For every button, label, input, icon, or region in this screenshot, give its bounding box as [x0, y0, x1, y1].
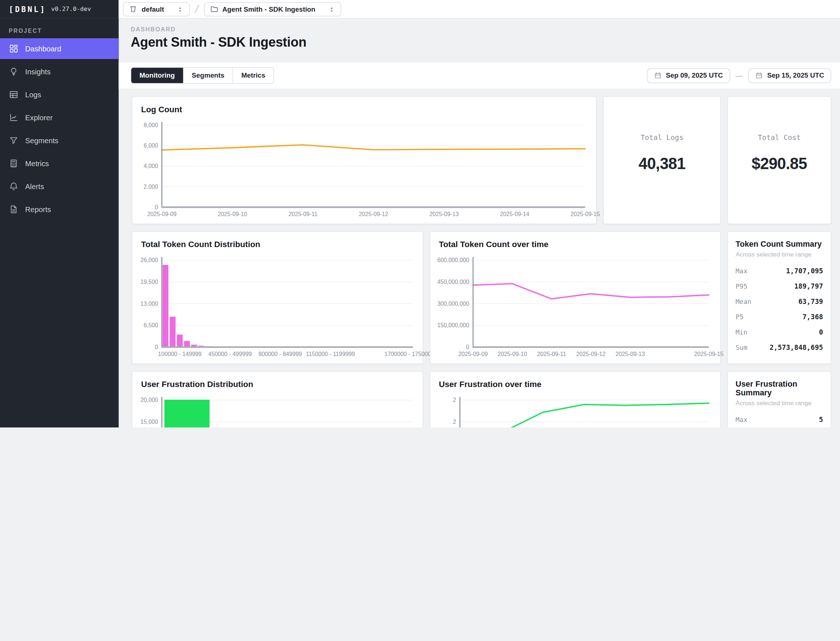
svg-text:1150000 - 1199999: 1150000 - 1199999: [306, 351, 355, 357]
folder-icon: [210, 5, 218, 13]
breadcrumb-slash: /: [192, 3, 202, 16]
dashboard-select[interactable]: Agent Smith - SDK Ingestion: [204, 2, 341, 16]
tab-segments[interactable]: Segments: [183, 68, 232, 83]
dashboard-grid-icon: [9, 44, 19, 53]
bell-icon: [9, 182, 19, 191]
svg-text:300,000,000: 300,000,000: [437, 301, 469, 307]
calculator-icon: [9, 158, 19, 168]
token-count-distribution-chart: 06,50013,00019,50026,000100000 - 1499994…: [137, 255, 417, 361]
svg-text:450000 - 499999: 450000 - 499999: [208, 351, 252, 357]
funnel-icon: [9, 135, 19, 145]
svg-text:2025-09-13: 2025-09-13: [615, 351, 645, 357]
table-icon: [9, 90, 19, 100]
chart-title: User Frustration Distribution: [132, 372, 422, 389]
sidebar-item-insights[interactable]: Insights: [0, 61, 119, 82]
svg-text:2025-09-12: 2025-09-12: [576, 351, 606, 357]
sidebar-item-segments[interactable]: Segments: [0, 130, 119, 151]
toolbar: Monitoring Segments Metrics Sep 09, 2025…: [119, 62, 840, 89]
dbnl-logo: [DBNL]: [9, 5, 46, 13]
chart-title: Log Count: [132, 97, 596, 114]
total-logs-card: Total Logs 40,381: [603, 96, 721, 224]
sidebar-item-dashboard[interactable]: Dashboard: [0, 38, 119, 59]
stat-value: $290.85: [751, 155, 807, 173]
svg-text:2025-09-11: 2025-09-11: [289, 211, 317, 217]
svg-text:2025-09-15: 2025-09-15: [694, 351, 723, 357]
svg-text:2025-09-13: 2025-09-13: [429, 211, 459, 217]
sidebar-item-label: Metrics: [25, 159, 49, 167]
svg-text:6,500: 6,500: [143, 322, 158, 329]
svg-text:100000 - 149999: 100000 - 149999: [158, 351, 202, 357]
stat-label: Total Logs: [640, 134, 683, 142]
svg-text:2: 2: [453, 419, 456, 425]
stat-value: 40,381: [638, 155, 685, 173]
user-frustration-over-time-chart: 011222025-09-092025-09-102025-09-112025-…: [435, 395, 715, 427]
svg-text:1700000 - 1750000: 1700000 - 1750000: [384, 351, 434, 357]
breadcrumb: DASHBOARD: [131, 26, 828, 32]
sidebar-item-logs[interactable]: Logs: [0, 84, 119, 105]
summary-row: P57,368: [736, 312, 823, 321]
sidebar-item-label: Explorer: [25, 113, 53, 122]
page-title: Agent Smith - SDK Ingestion: [131, 35, 828, 50]
date-range: Sep 09, 2025 UTC — Sep 15, 2025 UTC: [647, 68, 831, 83]
svg-text:2025-09-09: 2025-09-09: [458, 351, 487, 357]
token-count-over-time-chart: 0150,000,000300,000,000450,000,000600,00…: [435, 255, 715, 361]
summary-title: Token Count Summary: [736, 239, 823, 248]
svg-text:2025-09-10: 2025-09-10: [218, 211, 247, 217]
dashboard-select-value: Agent Smith - SDK Ingestion: [222, 5, 315, 13]
svg-text:2025-09-12: 2025-09-12: [359, 211, 388, 217]
summary-row: Max5: [736, 416, 823, 424]
end-date-picker[interactable]: Sep 15, 2025 UTC: [748, 68, 831, 83]
chart-title: Total Token Count over time: [430, 232, 721, 249]
end-date-value: Sep 15, 2025 UTC: [767, 72, 824, 79]
main-area: default / Agent Smith - SDK Ingestion DA…: [119, 0, 840, 427]
logo-row: [DBNL] v0.27.0-dev: [0, 0, 119, 19]
user-frustration-distribution-card: User Frustration Distribution 05,00010,0…: [132, 371, 423, 428]
user-frustration-over-time-card: User Frustration over time 011222025-09-…: [429, 371, 721, 428]
sidebar-item-reports[interactable]: Reports: [0, 199, 119, 220]
log-count-card: Log Count 02,0004,0006,0008,0002025-09-0…: [132, 96, 597, 224]
summary-row: Sum2,573,848,695: [736, 343, 823, 352]
svg-text:4,000: 4,000: [143, 163, 158, 169]
svg-text:2025-09-14: 2025-09-14: [500, 211, 529, 217]
document-icon: [9, 205, 19, 214]
summary-rows: Max5 Mean2 Median1 Min1: [736, 416, 823, 427]
chart-title: User Frustration over time: [430, 372, 721, 389]
tab-group: Monitoring Segments Metrics: [131, 68, 274, 84]
lightbulb-icon: [9, 67, 19, 77]
total-cost-card: Total Cost $290.85: [727, 96, 831, 224]
sidebar-item-label: Reports: [25, 205, 51, 214]
tab-metrics[interactable]: Metrics: [232, 68, 273, 83]
tab-monitoring[interactable]: Monitoring: [131, 68, 183, 83]
start-date-picker[interactable]: Sep 09, 2025 UTC: [647, 68, 730, 83]
summary-subtitle: Across selected time range: [736, 251, 823, 258]
sidebar-item-label: Segments: [25, 136, 58, 145]
svg-text:0: 0: [155, 344, 158, 350]
sidebar-item-alerts[interactable]: Alerts: [0, 176, 119, 197]
project-select[interactable]: default: [123, 2, 190, 16]
calendar-icon: [654, 72, 661, 79]
chevrons-up-down-icon: [327, 5, 335, 13]
user-frustration-distribution-chart: 05,00010,00015,00020,00012345: [137, 395, 417, 427]
summary-row: Max1,707,095: [736, 267, 823, 275]
sidebar-item-explorer[interactable]: Explorer: [0, 107, 119, 128]
svg-text:600,000,000: 600,000,000: [437, 257, 469, 263]
svg-text:0: 0: [155, 204, 158, 210]
dashboard-grid: Log Count 02,0004,0006,0008,0002025-09-0…: [119, 89, 840, 428]
version-label: v0.27.0-dev: [51, 5, 91, 13]
svg-text:800000 - 849999: 800000 - 849999: [258, 351, 302, 357]
stat-label: Total Cost: [758, 134, 801, 142]
sidebar-item-metrics[interactable]: Metrics: [0, 153, 119, 174]
summary-title: User Frustration Summary: [736, 379, 823, 397]
svg-text:2025-09-09: 2025-09-09: [147, 211, 177, 217]
token-count-over-time-card: Total Token Count over time 0150,000,000…: [429, 231, 721, 364]
user-frustration-summary-card: User Frustration Summary Across selected…: [727, 371, 831, 428]
svg-text:19,500: 19,500: [140, 279, 158, 285]
svg-text:6,000: 6,000: [143, 142, 158, 149]
line-chart-icon: [9, 113, 19, 122]
sidebar-spacer: [0, 222, 119, 427]
summary-row: P95189,797: [736, 282, 823, 290]
svg-text:2025-09-10: 2025-09-10: [497, 351, 527, 357]
svg-text:2: 2: [453, 397, 456, 403]
calendar-icon: [755, 72, 763, 79]
summary-row: Mean63,739: [736, 297, 823, 306]
